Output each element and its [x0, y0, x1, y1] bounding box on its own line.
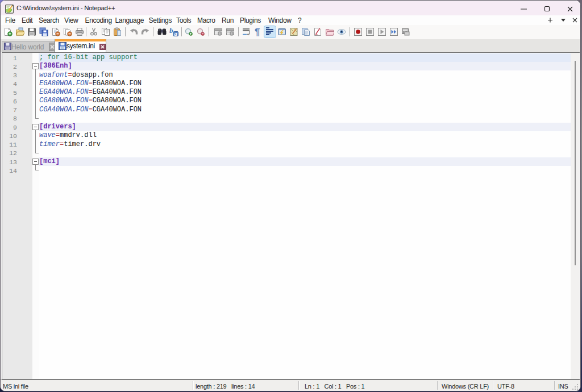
svg-text:b: b — [169, 27, 173, 35]
svg-text:¶: ¶ — [255, 27, 260, 36]
svg-text:a: a — [174, 30, 177, 36]
